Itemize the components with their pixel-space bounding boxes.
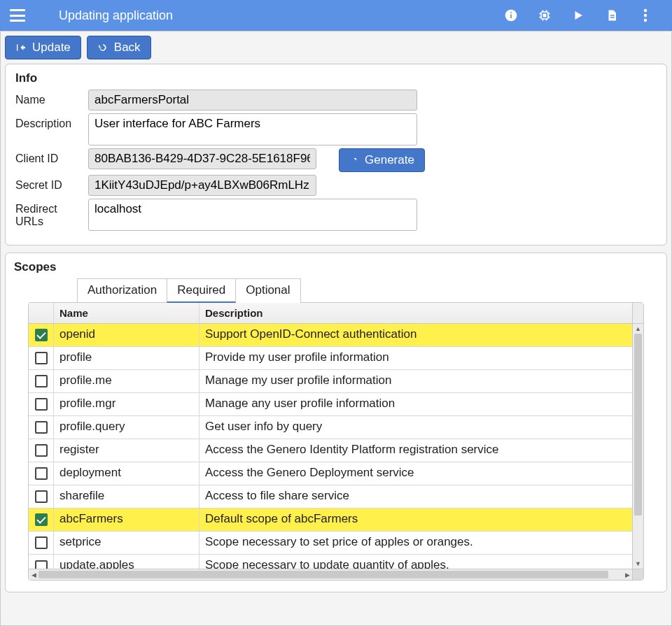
back-button-label: Back	[114, 41, 141, 55]
clientid-field[interactable]	[88, 148, 316, 169]
secretid-field[interactable]	[88, 175, 316, 196]
row-description: Provide my user profile information	[200, 347, 643, 369]
row-checkbox-cell	[29, 416, 54, 439]
info-heading: Info	[15, 71, 657, 85]
row-description: Default scope of abcFarmers	[200, 508, 643, 531]
app-bar: Updating application	[0, 0, 672, 31]
row-checkbox[interactable]	[35, 536, 48, 549]
row-name: setprice	[54, 532, 200, 554]
scopes-heading: Scopes	[14, 260, 661, 274]
row-checkbox[interactable]	[35, 329, 48, 341]
content-area: Update Back Info Name Description Client…	[0, 31, 672, 626]
row-description: Access the Genero Identity Platform regi…	[200, 439, 643, 462]
row-checkbox-cell	[29, 439, 54, 462]
row-checkbox[interactable]	[35, 352, 48, 364]
info-icon[interactable]	[503, 7, 519, 24]
row-name: profile.query	[54, 416, 200, 439]
scopes-panel: Scopes Authorization Required Optional N…	[5, 252, 667, 592]
row-name: update.apples	[54, 555, 200, 569]
table-row[interactable]: profile.mgrManage any user profile infor…	[29, 393, 643, 416]
description-label: Description	[15, 113, 88, 130]
row-name: profile.mgr	[54, 393, 200, 415]
col-checkbox	[29, 303, 54, 323]
scroll-left-icon[interactable]: ◀	[29, 571, 38, 578]
table-row[interactable]: deploymentAccess the Genero Deployment s…	[29, 462, 643, 485]
vertical-scrollbar[interactable]: ▲ ▼	[632, 324, 643, 569]
row-name: profile.me	[54, 370, 200, 392]
svg-point-17	[644, 14, 647, 17]
play-icon[interactable]	[570, 7, 587, 24]
tab-optional[interactable]: Optional	[235, 278, 300, 303]
table-row[interactable]: profile.queryGet user info by query	[29, 416, 643, 439]
scroll-down-icon[interactable]: ▼	[633, 559, 643, 569]
row-checkbox-cell	[29, 393, 54, 415]
row-checkbox[interactable]	[35, 398, 48, 411]
horizontal-scrollbar[interactable]: ◀ ▶	[29, 569, 643, 580]
action-row: Update Back	[5, 36, 667, 59]
row-description: Manage any user profile information	[200, 393, 643, 415]
row-checkbox[interactable]	[35, 490, 48, 503]
table-header: Name Description	[29, 303, 643, 324]
table-row[interactable]: openidSupport OpenID-Connect authenticat…	[29, 324, 643, 347]
row-description: Access to file share service	[200, 485, 643, 508]
row-name: openid	[54, 324, 200, 346]
table-row[interactable]: update.applesScope necessary to update q…	[29, 555, 643, 569]
row-checkbox-cell	[29, 370, 54, 392]
row-checkbox-cell	[29, 532, 54, 554]
row-checkbox-cell	[29, 462, 54, 485]
scroll-up-icon[interactable]: ▲	[633, 324, 643, 334]
redirecturls-label: Redirect URLs	[15, 199, 88, 228]
hscroll-thumb[interactable]	[38, 571, 608, 578]
row-name: sharefile	[54, 485, 200, 508]
row-checkbox[interactable]	[35, 421, 48, 434]
tab-authorization[interactable]: Authorization	[77, 278, 167, 303]
document-icon[interactable]	[603, 7, 620, 24]
update-button-label: Update	[32, 41, 71, 55]
menu-icon[interactable]	[10, 9, 25, 22]
svg-point-18	[644, 19, 647, 22]
table-row[interactable]: setpriceScope necessary to set price of …	[29, 532, 643, 555]
table-row[interactable]: profile.meManage my user profile informa…	[29, 370, 643, 393]
col-description-header[interactable]: Description	[200, 303, 632, 323]
name-label: Name	[15, 90, 88, 106]
row-name: register	[54, 439, 200, 462]
svg-point-16	[644, 9, 647, 12]
row-checkbox[interactable]	[35, 513, 48, 526]
scroll-thumb[interactable]	[634, 334, 642, 515]
back-button[interactable]: Back	[87, 36, 151, 59]
table-row[interactable]: registerAccess the Genero Identity Platf…	[29, 439, 643, 462]
col-name-header[interactable]: Name	[54, 303, 200, 323]
table-row[interactable]: profileProvide my user profile informati…	[29, 347, 643, 370]
generate-button-label: Generate	[365, 153, 414, 167]
row-description: Get user info by query	[200, 416, 643, 439]
svg-rect-4	[543, 14, 547, 17]
svg-rect-2	[510, 12, 512, 13]
more-vert-icon[interactable]	[637, 7, 654, 24]
info-panel: Info Name Description Client ID Generate…	[5, 64, 667, 246]
table-row[interactable]: abcFarmersDefault scope of abcFarmers	[29, 508, 643, 532]
row-checkbox[interactable]	[35, 375, 48, 387]
scopes-tabs: Authorization Required Optional	[77, 278, 644, 303]
row-description: Scope necessary to set price of apples o…	[200, 532, 643, 554]
row-checkbox[interactable]	[35, 444, 48, 457]
row-description: Access the Genero Deployment service	[200, 462, 643, 485]
row-description: Manage my user profile information	[200, 370, 643, 392]
svg-rect-15	[610, 17, 615, 18]
tab-required[interactable]: Required	[167, 278, 236, 303]
svg-rect-19	[17, 44, 18, 50]
row-checkbox-cell	[29, 485, 54, 508]
redirecturls-field[interactable]	[88, 199, 417, 231]
row-checkbox[interactable]	[35, 467, 48, 480]
clientid-label: Client ID	[15, 148, 88, 165]
name-field[interactable]	[88, 90, 417, 111]
scroll-right-icon[interactable]: ▶	[622, 571, 632, 578]
row-checkbox-cell	[29, 347, 54, 369]
description-field[interactable]	[88, 113, 417, 145]
row-checkbox-cell	[29, 508, 54, 531]
chip-icon[interactable]	[536, 7, 553, 24]
table-row[interactable]: sharefileAccess to file share service	[29, 485, 643, 508]
row-checkbox[interactable]	[35, 560, 48, 569]
generate-button[interactable]: Generate	[339, 148, 425, 172]
update-button[interactable]: Update	[5, 36, 81, 59]
table-body: openidSupport OpenID-Connect authenticat…	[29, 324, 643, 569]
